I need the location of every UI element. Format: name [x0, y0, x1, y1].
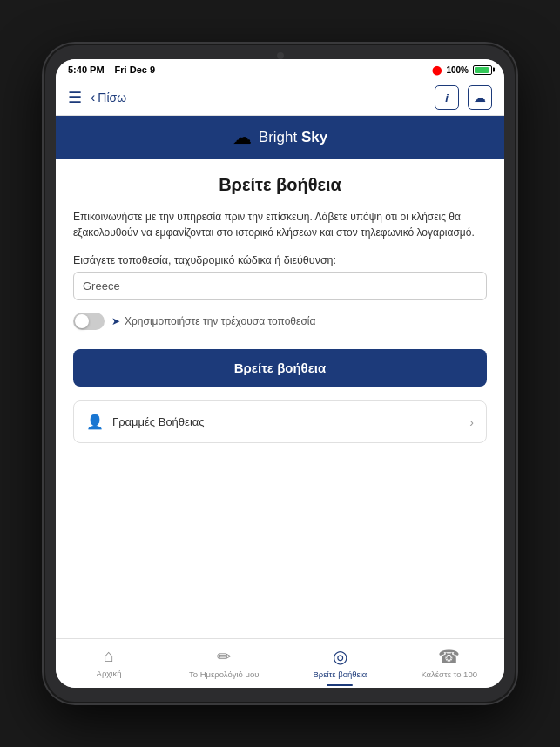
- content-area: Βρείτε βοήθεια Επικοινωνήστε με την υπηρ…: [56, 159, 504, 459]
- nav-bar: ☰ ‹ Πίσω i ☁: [56, 80, 504, 116]
- tablet-frame: 5:40 PM Fri Dec 9 ⬤ 100% ☰ ‹ Πίσω i: [44, 44, 516, 703]
- find-help-button[interactable]: Βρείτε βοήθεια: [73, 349, 487, 387]
- date: Fri Dec 9: [115, 64, 155, 75]
- menu-icon[interactable]: ☰: [68, 88, 82, 107]
- status-bar: 5:40 PM Fri Dec 9 ⬤ 100%: [56, 59, 504, 80]
- signal-icon: ⬤: [432, 65, 442, 75]
- info-text: Επικοινωνήστε με την υπηρεσία πριν την ε…: [73, 209, 487, 240]
- helplines-left: 👤 Γραμμές Βοήθειας: [86, 414, 205, 430]
- app-header: ☁ Bright Sky: [56, 116, 504, 159]
- tab-diary-label: Το Ημερολόγιό μου: [189, 670, 259, 679]
- diary-icon: ✏: [217, 646, 232, 667]
- tablet-screen: 5:40 PM Fri Dec 9 ⬤ 100% ☰ ‹ Πίσω i: [56, 59, 504, 688]
- home-icon: ⌂: [104, 646, 114, 666]
- location-input[interactable]: [73, 272, 487, 300]
- helplines-label: Γραμμές Βοήθειας: [112, 415, 205, 428]
- cloud-icon: ☁: [474, 91, 486, 104]
- app-title-bright: Bright: [259, 129, 297, 145]
- back-arrow-icon: ‹: [91, 90, 95, 105]
- info-icon: i: [445, 91, 449, 104]
- page-title: Βρείτε βοήθεια: [73, 175, 487, 195]
- location-arrow-icon: ➤: [111, 315, 120, 327]
- location-toggle[interactable]: [73, 313, 105, 330]
- camera-dot: [277, 52, 284, 59]
- nav-icons: i ☁: [435, 85, 492, 110]
- time: 5:40 PM: [68, 64, 105, 75]
- help-icon: ◎: [333, 646, 347, 667]
- tab-active-indicator: [327, 684, 353, 686]
- info-button[interactable]: i: [435, 85, 459, 110]
- main-content: Βρείτε βοήθεια Επικοινωνήστε με την υπηρ…: [56, 159, 504, 638]
- tab-call-label: Καλέστε το 100: [421, 670, 477, 679]
- battery-fill: [475, 67, 489, 73]
- tab-call[interactable]: ☎ Καλέστε το 100: [421, 646, 477, 679]
- tab-bar: ⌂ Αρχική ✏ Το Ημερολόγιό μου ◎ Βρείτε βο…: [56, 638, 504, 688]
- toggle-label: ➤ Χρησιμοποιήστε την τρέχουσα τοποθεσία: [111, 315, 315, 327]
- call-icon: ☎: [438, 646, 460, 667]
- battery-percent: 100%: [446, 65, 469, 75]
- tab-home[interactable]: ⌂ Αρχική: [83, 646, 135, 678]
- cloud-button[interactable]: ☁: [468, 85, 492, 110]
- toggle-row: ➤ Χρησιμοποιήστε την τρέχουσα τοποθεσία: [73, 309, 487, 333]
- back-button[interactable]: ‹ Πίσω: [91, 90, 435, 105]
- person-icon: 👤: [86, 414, 104, 430]
- logo-cloud-icon: ☁: [233, 126, 252, 149]
- field-label: Εισάγετε τοποθεσία, ταχυδρομικό κώδικα ή…: [73, 254, 487, 266]
- app-title-sky: Sky: [301, 129, 327, 145]
- app-title: Bright Sky: [259, 129, 327, 146]
- helplines-list-item[interactable]: 👤 Γραμμές Βοήθειας ›: [73, 400, 487, 443]
- tab-help-label: Βρείτε βοήθεια: [313, 670, 367, 679]
- back-label: Πίσω: [98, 91, 126, 104]
- chevron-right-icon: ›: [469, 415, 474, 429]
- toggle-knob: [75, 314, 89, 328]
- battery-icon: [473, 65, 492, 75]
- tab-home-label: Αρχική: [97, 669, 122, 678]
- status-left: 5:40 PM Fri Dec 9: [68, 64, 155, 75]
- app-logo: ☁ Bright Sky: [233, 126, 327, 149]
- tab-diary[interactable]: ✏ Το Ημερολόγιό μου: [189, 646, 259, 679]
- status-right: ⬤ 100%: [432, 65, 492, 75]
- tab-help[interactable]: ◎ Βρείτε βοήθεια: [313, 646, 367, 679]
